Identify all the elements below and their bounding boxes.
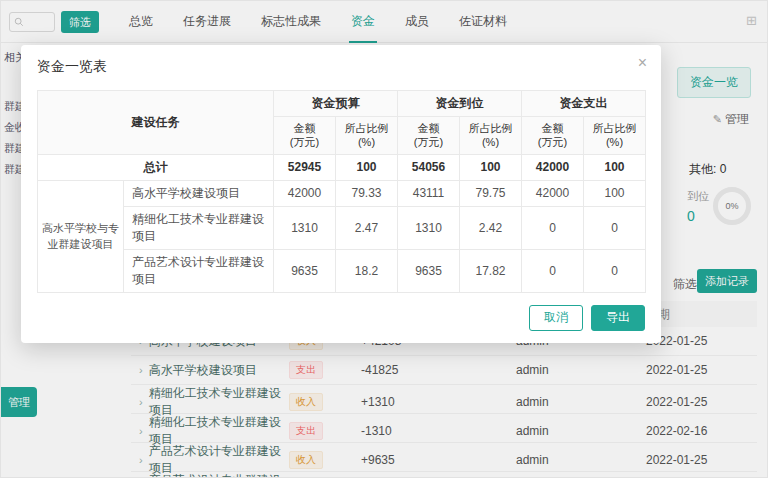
table-row: 产品艺术设计专业群建设项目 9635 18.2 9635 17.82 0 0: [38, 249, 646, 292]
table-row: 精细化工技术专业群建设项目 1310 2.47 1310 2.42 0 0: [38, 206, 646, 249]
col-expenditure: 资金支出: [522, 91, 646, 117]
close-icon[interactable]: ×: [638, 55, 647, 71]
funds-summary-table: 建设任务 资金预算 资金到位 资金支出 金额(万元) 所占比例(%) 金额(万元…: [37, 90, 646, 293]
subcol-amount: 金额(万元): [522, 117, 584, 155]
funds-overview-modal: 资金一览表 × 建设任务 资金预算 资金到位 资金支出 金额(万元) 所占比例(…: [21, 45, 661, 343]
modal-footer: 取消 导出: [21, 293, 661, 333]
task-name: 高水平学校建设项目: [124, 180, 274, 206]
col-construction-task: 建设任务: [38, 91, 274, 155]
task-name: 精细化工技术专业群建设项目: [124, 206, 274, 249]
page: 筛选 总览 任务进展 标志性成果 资金 成员 佐证材料 ⊞ 相关 群建 金收支 …: [0, 0, 768, 478]
subcol-ratio: 所占比例(%): [336, 117, 398, 155]
total-row: 总计 52945 100 54056 100 42000 100: [38, 154, 646, 180]
modal-title: 资金一览表: [21, 45, 661, 86]
table-row: 高水平学校与专业群建设项目 高水平学校建设项目 42000 79.33 4311…: [38, 180, 646, 206]
col-budget: 资金预算: [274, 91, 398, 117]
subcol-ratio: 所占比例(%): [460, 117, 522, 155]
total-label: 总计: [38, 154, 274, 180]
export-button[interactable]: 导出: [591, 305, 645, 331]
task-name: 产品艺术设计专业群建设项目: [124, 249, 274, 292]
subcol-ratio: 所占比例(%): [584, 117, 646, 155]
subcol-amount: 金额(万元): [398, 117, 460, 155]
subcol-amount: 金额(万元): [274, 117, 336, 155]
col-in-place: 资金到位: [398, 91, 522, 117]
cancel-button[interactable]: 取消: [529, 305, 583, 331]
project-group-label: 高水平学校与专业群建设项目: [38, 180, 124, 292]
